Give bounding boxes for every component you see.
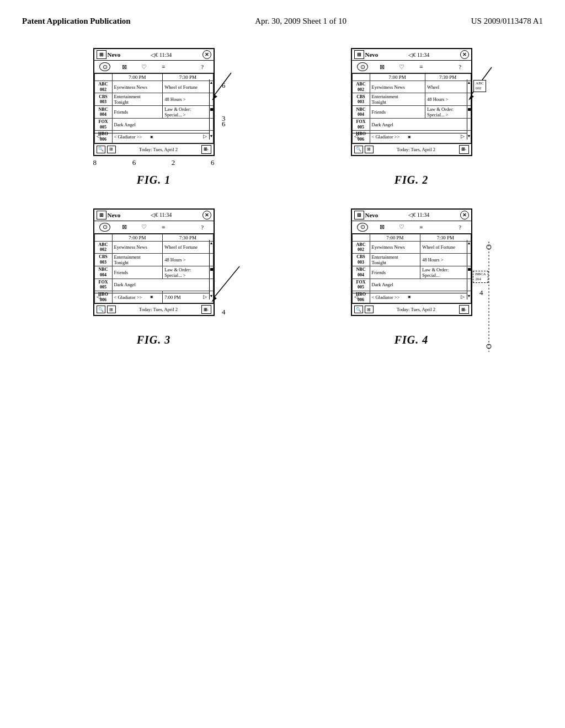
header-center: Apr. 30, 2009 Sheet 1 of 10	[255, 17, 347, 26]
figure-3-container: ⊞ Nevo ◁€ 11:34 ✕ ⊙ ⊠ ♡ ≡	[33, 208, 274, 347]
nav-list-icon[interactable]: ≡	[158, 62, 169, 71]
figure-4-container: ⊞ Nevo ◁€ 11:34 ✕ ⊙ ⊠ ♡ ≡	[291, 208, 532, 347]
phone-fig1: ⊞ Nevo ◁€ 11:34 ✕ ⊙ ⊠ ♡ ≡	[93, 48, 215, 156]
close-button-fig1[interactable]: ✕	[202, 50, 211, 59]
dashed-popup-fig4: BBCA264	[473, 271, 488, 283]
header-right: US 2009/0113478 A1	[471, 17, 543, 26]
fig1-bottom-annots: 8 6 2 6	[93, 158, 215, 167]
search-icon-fig1[interactable]: 🔍	[97, 146, 105, 153]
nav-arrows-fig1: ◁ ▣ ▷	[94, 133, 209, 140]
phone-status-fig1: ◁€ 11:34	[151, 52, 172, 58]
fig1-label: FIG. 1	[137, 174, 171, 186]
phone-nav-fig1: ⊙ ⊠ ♡ ≡ ?	[94, 61, 214, 73]
nav-help-icon[interactable]: ?	[197, 62, 208, 71]
svg-marker-5	[211, 297, 217, 302]
settings-icon-fig1[interactable]: ⊞+	[201, 145, 211, 154]
phone-bottom-fig1: 🔍 ⊞ Today: Tues, April 2 ⊞+	[94, 143, 214, 155]
svg-line-0	[215, 73, 231, 95]
annot-4-fig3: 4	[222, 308, 226, 317]
grid-icon-fig1[interactable]: ⊞	[107, 146, 116, 153]
phone-logo-fig1: ⊞ Nevo	[97, 50, 121, 59]
nav-heart-icon[interactable]: ♡	[138, 62, 150, 71]
drag-indicator-fig4	[475, 242, 503, 352]
fig3-label: FIG. 3	[137, 334, 171, 346]
svg-marker-1	[212, 95, 217, 100]
nav-grid-icon[interactable]: ⊠	[119, 62, 130, 71]
stylus-fig3	[209, 261, 242, 305]
annot-6-bottom-right: 6	[222, 120, 226, 129]
figures-grid: ⊞ Nevo ◁€ 11:34 ✕ ⊙ ⊠ ♡ ≡	[22, 48, 543, 346]
phone-top-bar-fig2: ⊞ Nevo ◁€ 11:34 ✕	[352, 49, 471, 61]
stylus-pointer-fig1	[212, 70, 234, 103]
svg-line-4	[215, 266, 239, 297]
figure-2-container: ⊞ Nevo ◁€ 11:34 ✕ ⊙ ⊠ ♡ ≡	[291, 48, 532, 186]
svg-marker-3	[468, 95, 474, 100]
patent-page: Patent Application Publication Apr. 30, …	[0, 0, 565, 728]
phone-fig3: ⊞ Nevo ◁€ 11:34 ✕ ⊙ ⊠ ♡ ≡	[93, 208, 215, 317]
logo-icon: ⊞	[97, 50, 106, 59]
phone-fig4: ⊞ Nevo ◁€ 11:34 ✕ ⊙ ⊠ ♡ ≡	[351, 208, 472, 317]
patent-header: Patent Application Publication Apr. 30, …	[22, 11, 543, 26]
popup-abc-fig2: ABC002	[473, 80, 486, 92]
fig2-label: FIG. 2	[395, 174, 429, 186]
figure-1-container: ⊞ Nevo ◁€ 11:34 ✕ ⊙ ⊠ ♡ ≡	[33, 48, 274, 186]
fig4-label: FIG. 4	[395, 334, 429, 346]
nav-home-icon[interactable]: ⊙	[99, 62, 110, 71]
header-left: Patent Application Publication	[22, 17, 131, 26]
phone-fig2: ⊞ Nevo ◁€ 11:34 ✕ ⊙ ⊠ ♡ ≡	[351, 48, 472, 156]
phone-top-bar-fig1: ⊞ Nevo ◁€ 11:34 ✕	[94, 49, 214, 61]
